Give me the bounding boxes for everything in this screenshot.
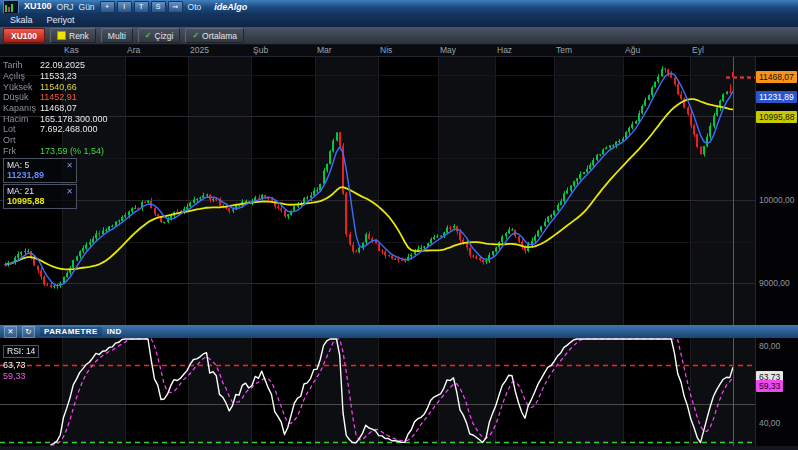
indicator-close-button[interactable]: ✕	[4, 326, 17, 338]
info-label: Kapanış	[3, 103, 40, 113]
tool-bar: XU100 Renk Multi ✓Çizgi ✓Ortalama	[0, 27, 798, 45]
rsi-axis[interactable]: 80,0040,0063,7359,33	[755, 338, 798, 446]
info-label: Frk	[3, 146, 40, 156]
price-axis[interactable]: 9000,0010000,0011468,0711231,8910995,88	[755, 56, 798, 325]
month-label: Kas	[64, 45, 79, 55]
month-label: May	[440, 45, 456, 55]
color-swatch-icon	[57, 31, 66, 40]
month-label: Tem	[556, 45, 572, 55]
date-axis[interactable]: KasAra2025ŞubMarNisMayHazTemAğuEyl	[0, 44, 798, 57]
ma-value: 11231,89	[7, 170, 73, 180]
rsi-axis-label: 40,00	[759, 418, 780, 428]
info-value: 173,59 (% 1,54)	[40, 146, 104, 156]
month-label: Ağu	[625, 45, 640, 55]
symbol-badge[interactable]: XU100	[3, 28, 45, 43]
info-label: Yüksek	[3, 82, 40, 92]
info-row: Frk173,59 (% 1,54)	[3, 146, 108, 157]
info-label: Açılış	[3, 71, 40, 81]
month-label: Mar	[317, 45, 332, 55]
titlebar-button-2[interactable]: T	[134, 1, 149, 13]
rsi-chart[interactable]	[0, 338, 755, 446]
menu-item-periyot[interactable]: Periyot	[41, 15, 81, 25]
menu-bar: Skala Periyot	[0, 13, 798, 27]
renk-button[interactable]: Renk	[50, 28, 96, 43]
month-label: 2025	[190, 45, 209, 55]
indicator-refresh-button[interactable]: ↻	[22, 326, 35, 338]
info-label: Ort	[3, 135, 40, 145]
month-label: Nis	[380, 45, 392, 55]
rsi-value: 63,73	[3, 360, 39, 370]
month-label: Haz	[497, 45, 512, 55]
multi-label: Multi	[108, 31, 126, 41]
rsi-marker-badge-1: 59,33	[756, 380, 783, 392]
info-label: Düşük	[3, 92, 40, 102]
info-row: Düşük11452,91	[3, 92, 108, 103]
ortalama-label: Ortalama	[202, 31, 237, 41]
chart-app-icon	[3, 0, 19, 14]
rsi-parameter-label[interactable]: RSI: 14	[3, 345, 39, 358]
titlebar-oto-button[interactable]: Oto	[188, 2, 202, 12]
multi-button[interactable]: Multi	[101, 28, 133, 43]
price-axis-label: 10000,00	[759, 195, 794, 205]
titlebar-button-1[interactable]: I	[117, 1, 132, 13]
titlebar-button-3[interactable]: S	[151, 1, 166, 13]
price-marker-badge-2: 10995,88	[756, 111, 797, 123]
quote-info-panel: Tarih22.09.2025Açılış11533,23Yüksek11540…	[3, 60, 108, 156]
ind-tab[interactable]: IND	[107, 327, 122, 336]
info-value: 165.178.300.000	[40, 114, 108, 124]
titlebar-orj-button[interactable]: ORJ	[57, 2, 74, 12]
rsi-axis-label: 80,00	[759, 341, 780, 351]
info-label: Hacim	[3, 114, 40, 124]
brand-logo: ideAlgo	[214, 2, 247, 12]
info-row: Hacim165.178.300.000	[3, 113, 108, 124]
ma-label: MA: 21	[7, 186, 34, 196]
month-label: Eyl	[692, 45, 704, 55]
title-bar: XU100 ORJ Gün +ITS⇒ Oto ideAlgo	[0, 0, 798, 13]
info-row: Tarih22.09.2025	[3, 60, 108, 71]
price-marker-badge-0: 11468,07	[756, 71, 797, 83]
renk-label: Renk	[69, 31, 89, 41]
titlebar-symbol: XU100	[24, 0, 52, 13]
rsi-signal-value: 59,33	[3, 371, 39, 381]
main-chart-panel: Tarih22.09.2025Açılış11533,23Yüksek11540…	[0, 56, 798, 325]
info-value: 11540,66	[40, 82, 77, 92]
cizgi-toggle-button[interactable]: ✓Çizgi	[138, 28, 181, 43]
titlebar-button-4[interactable]: ⇒	[168, 1, 183, 13]
info-value: 22.09.2025	[40, 60, 85, 70]
titlebar-period-button[interactable]: Gün	[79, 2, 95, 12]
price-axis-label: 9000,00	[759, 278, 790, 288]
ma-box-1: MA: 21✕10995,88	[3, 184, 77, 209]
titlebar-button-0[interactable]: +	[100, 1, 115, 13]
ortalama-toggle-button[interactable]: ✓Ortalama	[185, 28, 244, 43]
info-label: Tarih	[3, 60, 40, 70]
rsi-info-overlay: RSI: 14 63,73 59,33	[3, 340, 39, 381]
titlebar-tool-buttons: +ITS⇒	[100, 1, 183, 13]
check-icon: ✓	[145, 31, 152, 40]
info-label: Lot	[3, 124, 40, 134]
info-row: Lot7.692.468.000	[3, 124, 108, 135]
ma-close-button[interactable]: ✕	[66, 187, 73, 196]
menu-item-skala[interactable]: Skala	[4, 15, 39, 25]
info-row: Açılış11533,23	[3, 71, 108, 82]
check-icon: ✓	[192, 31, 199, 40]
ma-value: 10995,88	[7, 196, 73, 206]
price-marker-badge-1: 11231,89	[756, 91, 797, 103]
month-label: Şub	[253, 45, 268, 55]
ma-close-button[interactable]: ✕	[66, 161, 73, 170]
info-row: Kapanış11468,07	[3, 103, 108, 114]
info-value: 11452,91	[40, 92, 77, 102]
indicator-header: ✕ ↻ PARAMETRE IND	[0, 325, 798, 338]
info-value: 7.692.468.000	[40, 124, 98, 134]
info-row: Yüksek11540,66	[3, 81, 108, 92]
cizgi-label: Çizgi	[155, 31, 174, 41]
info-value: 11468,07	[40, 103, 77, 113]
candlestick-chart[interactable]	[0, 56, 755, 325]
month-label: Ara	[127, 45, 140, 55]
ma-box-0: MA: 5✕11231,89	[3, 158, 77, 183]
info-row: Ort	[3, 135, 108, 146]
info-value: 11533,23	[40, 71, 77, 81]
bottom-edge	[0, 446, 798, 450]
parametre-tab[interactable]: PARAMETRE	[40, 327, 102, 336]
rsi-panel: RSI: 14 63,73 59,33 80,0040,0063,7359,33	[0, 338, 798, 446]
ma-label: MA: 5	[7, 160, 29, 170]
